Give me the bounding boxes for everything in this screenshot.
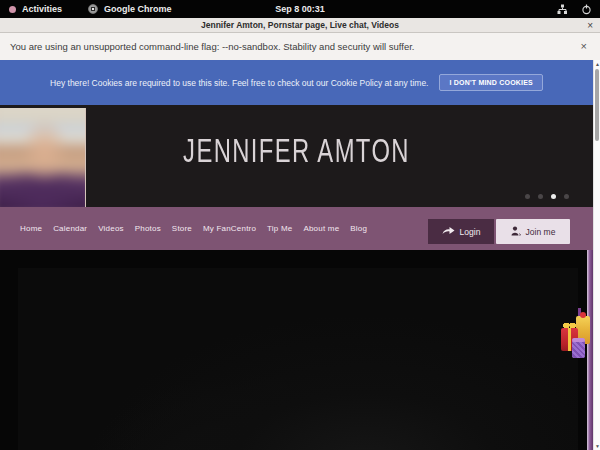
hero-photo <box>0 108 86 207</box>
chrome-infobar: You are using an unsupported command-lin… <box>0 33 600 60</box>
scrollbar[interactable]: ▲ ▼ <box>593 60 600 450</box>
nav-item-store[interactable]: Store <box>172 224 192 233</box>
nav-item-myfancentro[interactable]: My FanCentro <box>203 224 256 233</box>
join-button[interactable]: Join me <box>496 219 570 244</box>
nav-item-home[interactable]: Home <box>20 224 42 233</box>
nav-item-aboutme[interactable]: About me <box>303 224 339 233</box>
main-nav: Home Calendar Videos Photos Store My Fan… <box>0 207 593 250</box>
nav-items: Home Calendar Videos Photos Store My Fan… <box>20 207 367 250</box>
carousel-dot-2[interactable] <box>538 194 543 199</box>
cookie-accept-button[interactable]: I DON'T MIND COOKIES <box>439 74 542 91</box>
infobar-message: You are using an unsupported command-lin… <box>10 41 415 52</box>
carousel-dots <box>525 194 569 199</box>
login-label: Login <box>460 227 481 237</box>
scrollbar-thumb[interactable] <box>595 69 599 141</box>
nav-item-tipme[interactable]: Tip Me <box>267 224 292 233</box>
cookie-consent-bar: Hey there! Cookies are required to use t… <box>0 60 593 105</box>
gift-purple-icon <box>572 340 585 358</box>
nav-item-videos[interactable]: Videos <box>98 224 124 233</box>
screen: Activities Google Chrome Sep 8 00:31 Jen… <box>0 0 600 450</box>
system-top-bar: Activities Google Chrome Sep 8 00:31 <box>0 0 600 18</box>
site-header: JENNIFER AMTON <box>0 105 593 207</box>
clock[interactable]: Sep 8 00:31 <box>0 4 600 14</box>
gifts-icon[interactable] <box>559 308 591 362</box>
cookie-message: Hey there! Cookies are required to use t… <box>50 78 428 88</box>
nav-item-photos[interactable]: Photos <box>135 224 161 233</box>
hero-photo-image <box>0 108 86 207</box>
carousel-dot-4[interactable] <box>564 194 569 199</box>
network-icon[interactable] <box>557 4 568 15</box>
power-icon[interactable] <box>581 4 592 15</box>
scrollbar-up-icon[interactable]: ▲ <box>594 60 600 68</box>
window-title-bar: Jennifer Amton, Pornstar page, Live chat… <box>0 18 600 33</box>
video-player-area[interactable] <box>18 268 578 450</box>
window-title: Jennifer Amton, Pornstar page, Live chat… <box>201 20 399 30</box>
join-label: Join me <box>526 227 556 237</box>
login-button[interactable]: Login <box>428 219 494 244</box>
window-close-icon[interactable]: × <box>587 18 593 33</box>
nav-item-calendar[interactable]: Calendar <box>53 224 87 233</box>
carousel-dot-3-active[interactable] <box>551 194 556 199</box>
login-arrow-icon <box>442 226 455 237</box>
scrollbar-down-icon[interactable]: ▼ <box>594 442 600 450</box>
page-content <box>0 250 593 450</box>
carousel-dot-1[interactable] <box>525 194 530 199</box>
join-person-icon <box>511 226 521 238</box>
infobar-close-icon[interactable]: × <box>581 33 587 60</box>
nav-item-blog[interactable]: Blog <box>350 224 367 233</box>
page-title: JENNIFER AMTON <box>89 131 504 170</box>
